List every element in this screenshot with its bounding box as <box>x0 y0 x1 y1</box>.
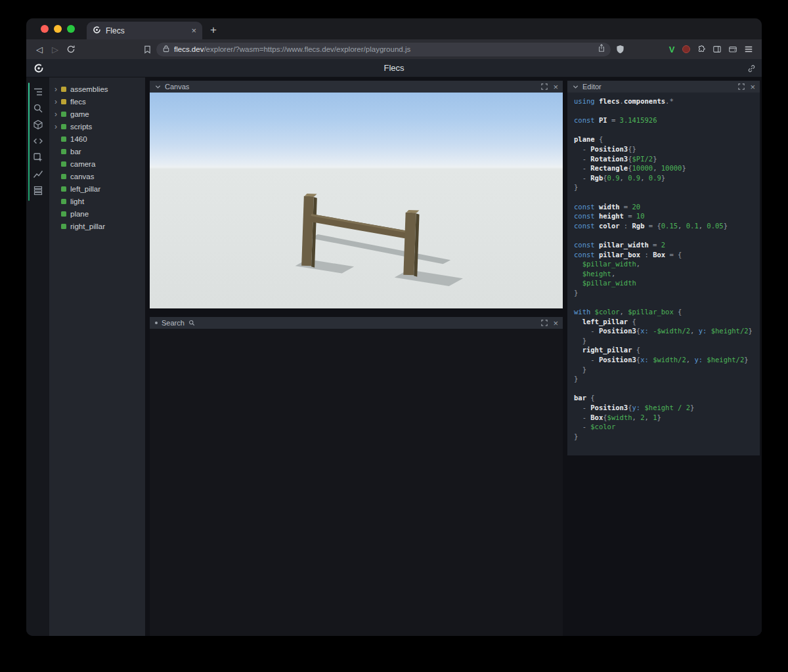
expand-chevron-icon[interactable]: › <box>55 110 61 118</box>
search-panel: Search × <box>150 317 563 636</box>
tree-item-right_pillar[interactable]: right_pillar <box>49 220 145 232</box>
panel-bullet-icon <box>155 322 158 324</box>
entity-label: camera <box>70 160 95 168</box>
lock-icon <box>163 43 169 55</box>
expand-panel-icon[interactable] <box>541 317 548 329</box>
code-line: } <box>574 432 757 442</box>
collapse-chevron-icon[interactable] <box>155 81 161 93</box>
outline-icon[interactable] <box>26 83 49 100</box>
v-extension-icon[interactable]: V <box>665 45 679 54</box>
code-line: } <box>574 288 757 298</box>
flecs-logo-icon <box>33 63 44 76</box>
expand-chevron-icon[interactable]: › <box>55 98 61 106</box>
code-icon[interactable] <box>26 133 49 149</box>
brave-shield-icon[interactable] <box>612 41 628 57</box>
code-line: - Position3{} <box>574 144 757 154</box>
code-line <box>574 230 757 240</box>
reload-button[interactable] <box>63 41 79 57</box>
expand-panel-icon[interactable] <box>738 81 745 93</box>
code-line: const pillar_width = 2 <box>574 240 757 250</box>
tree-item-plane[interactable]: plane <box>49 207 145 220</box>
left-pillar-3d <box>301 196 314 266</box>
code-line <box>574 297 757 307</box>
inspector-icon[interactable] <box>26 149 49 165</box>
code-line <box>574 384 757 394</box>
tree-item-scripts[interactable]: ›scripts <box>49 120 145 133</box>
close-panel-icon[interactable]: × <box>553 319 558 327</box>
search-magnifier-icon <box>188 317 195 329</box>
code-line: const pillar_box : Box = { <box>574 250 757 260</box>
sidebar-panel-icon[interactable] <box>709 41 725 57</box>
code-line: $height, <box>574 269 757 279</box>
entity-label: bar <box>70 148 81 156</box>
panel-gap <box>150 308 563 317</box>
close-tab-icon[interactable]: × <box>191 26 196 35</box>
code-line: right_pillar { <box>574 345 757 355</box>
entity-kind-swatch <box>61 99 66 104</box>
share-link-icon[interactable] <box>747 64 756 75</box>
zoom-window-button[interactable] <box>67 25 75 33</box>
canvas-viewport[interactable] <box>150 93 563 308</box>
code-line: $pillar_width <box>574 278 757 288</box>
back-button[interactable]: ◁ <box>32 41 47 57</box>
code-line: } <box>574 182 757 192</box>
wallet-icon[interactable] <box>725 41 741 57</box>
bookmark-icon[interactable] <box>139 41 155 57</box>
record-extension-icon[interactable] <box>679 45 693 53</box>
code-line: plane { <box>574 135 757 144</box>
editor-panel: Editor × using flecs.components.* const … <box>567 81 760 455</box>
tree-item-1460[interactable]: 1460 <box>49 133 145 145</box>
expand-chevron-icon[interactable]: › <box>55 85 61 93</box>
expand-panel-icon[interactable] <box>541 81 548 93</box>
search-results-area[interactable] <box>150 329 563 636</box>
close-panel-icon[interactable]: × <box>750 83 755 91</box>
entity-label: flecs <box>70 98 86 106</box>
entity-kind-swatch <box>61 161 66 167</box>
tree-item-light[interactable]: light <box>49 195 145 207</box>
tree-item-camera[interactable]: camera <box>49 158 145 170</box>
app-body: ›assemblies›flecs›game›scripts1460barcam… <box>26 77 762 636</box>
close-panel-icon[interactable]: × <box>553 83 558 91</box>
code-line: - Position3{x: $width/2, y: $height/2} <box>574 355 757 365</box>
browser-tab[interactable]: Flecs × <box>87 22 202 39</box>
tree-item-game[interactable]: ›game <box>49 108 145 120</box>
rows-icon[interactable] <box>26 182 49 198</box>
editor-code[interactable]: using flecs.components.* const PI = 3.14… <box>567 93 760 455</box>
entity-label: light <box>70 198 84 205</box>
window-controls <box>26 25 85 39</box>
entity-kind-swatch <box>61 211 66 217</box>
tree-item-assemblies[interactable]: ›assemblies <box>49 83 145 95</box>
expand-chevron-icon[interactable]: › <box>55 123 61 131</box>
search-icon[interactable] <box>26 100 49 116</box>
panel-title: Canvas <box>165 83 189 91</box>
code-line <box>574 106 757 116</box>
collapse-chevron-icon[interactable] <box>573 81 579 93</box>
right-pillar-3d <box>403 213 416 276</box>
stats-icon[interactable] <box>26 165 49 182</box>
tree-item-bar[interactable]: bar <box>49 145 145 158</box>
tree-item-flecs[interactable]: ›flecs <box>49 95 145 108</box>
entities-icon[interactable] <box>26 116 49 133</box>
tab-title: Flecs <box>106 26 186 35</box>
share-icon[interactable] <box>598 43 605 55</box>
browser-window: Flecs × + ◁ ▷ flecs.dev/explorer/?wasm=h… <box>26 18 762 636</box>
code-line: - Rotation3{$PI/2} <box>574 154 757 164</box>
extensions-puzzle-icon[interactable] <box>693 41 709 57</box>
address-bar[interactable]: flecs.dev/explorer/?wasm=https://www.fle… <box>156 43 611 56</box>
code-line: const width = 20 <box>574 202 757 212</box>
tree-item-canvas[interactable]: canvas <box>49 170 145 182</box>
code-line <box>574 192 757 202</box>
code-line: - Position3{x: -$width/2, y: $height/2} <box>574 326 757 336</box>
app-header: Flecs <box>26 59 762 77</box>
close-window-button[interactable] <box>41 25 49 33</box>
tree-item-left_pillar[interactable]: left_pillar <box>49 182 145 195</box>
forward-button[interactable]: ▷ <box>47 41 63 57</box>
search-panel-header: Search × <box>150 317 563 329</box>
code-line: } <box>574 365 757 375</box>
code-line: with $color, $pillar_box { <box>574 307 757 317</box>
entity-kind-swatch <box>61 224 66 229</box>
minimize-window-button[interactable] <box>54 25 62 33</box>
new-tab-button[interactable]: + <box>202 24 225 39</box>
icon-rail-items <box>26 83 49 198</box>
menu-icon[interactable] <box>741 41 756 57</box>
